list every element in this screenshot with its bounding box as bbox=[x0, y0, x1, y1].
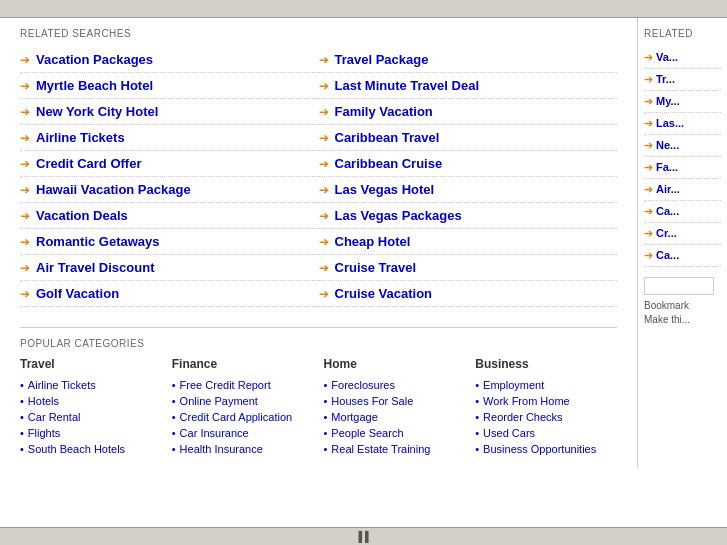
sidebar-item[interactable]: ➔Ca... bbox=[644, 201, 721, 223]
related-link[interactable]: New York City Hotel bbox=[36, 104, 158, 119]
list-item[interactable]: Online Payment bbox=[172, 393, 314, 409]
related-link[interactable]: Last Minute Travel Deal bbox=[335, 78, 480, 93]
related-item[interactable]: ➔Travel Package bbox=[319, 47, 618, 73]
popular-link[interactable]: Used Cars bbox=[483, 427, 535, 439]
related-item[interactable]: ➔Romantic Getaways bbox=[20, 229, 319, 255]
list-item[interactable]: Employment bbox=[475, 377, 617, 393]
related-link[interactable]: Cruise Vacation bbox=[335, 286, 433, 301]
popular-link[interactable]: Mortgage bbox=[331, 411, 377, 423]
sidebar-link[interactable]: Ca... bbox=[656, 249, 679, 261]
list-item[interactable]: People Search bbox=[324, 425, 466, 441]
popular-link[interactable]: Foreclosures bbox=[331, 379, 395, 391]
related-link[interactable]: Hawaii Vacation Package bbox=[36, 182, 191, 197]
related-link[interactable]: Vacation Deals bbox=[36, 208, 128, 223]
popular-link[interactable]: Hotels bbox=[28, 395, 59, 407]
related-link[interactable]: Myrtle Beach Hotel bbox=[36, 78, 153, 93]
list-item[interactable]: Hotels bbox=[20, 393, 162, 409]
sidebar-item[interactable]: ➔My... bbox=[644, 91, 721, 113]
list-item[interactable]: Health Insurance bbox=[172, 441, 314, 457]
sidebar-link[interactable]: Cr... bbox=[656, 227, 677, 239]
popular-link[interactable]: Free Credit Report bbox=[180, 379, 271, 391]
popular-link[interactable]: People Search bbox=[331, 427, 403, 439]
related-item[interactable]: ➔Cruise Travel bbox=[319, 255, 618, 281]
popular-link[interactable]: Real Estate Training bbox=[331, 443, 430, 455]
related-item[interactable]: ➔Air Travel Discount bbox=[20, 255, 319, 281]
sidebar-item[interactable]: ➔Ne... bbox=[644, 135, 721, 157]
popular-link[interactable]: South Beach Hotels bbox=[28, 443, 125, 455]
list-item[interactable]: Credit Card Application bbox=[172, 409, 314, 425]
related-item[interactable]: ➔Las Vegas Packages bbox=[319, 203, 618, 229]
related-item[interactable]: ➔Vacation Deals bbox=[20, 203, 319, 229]
related-item[interactable]: ➔Caribbean Cruise bbox=[319, 151, 618, 177]
sidebar-link[interactable]: Las... bbox=[656, 117, 684, 129]
popular-link[interactable]: Airline Tickets bbox=[28, 379, 96, 391]
list-item[interactable]: Airline Tickets bbox=[20, 377, 162, 393]
sidebar-link[interactable]: My... bbox=[656, 95, 680, 107]
popular-link[interactable]: Health Insurance bbox=[180, 443, 263, 455]
list-item[interactable]: Work From Home bbox=[475, 393, 617, 409]
related-item[interactable]: ➔Golf Vacation bbox=[20, 281, 319, 307]
popular-link[interactable]: Car Rental bbox=[28, 411, 81, 423]
popular-link[interactable]: Employment bbox=[483, 379, 544, 391]
related-link[interactable]: Caribbean Cruise bbox=[335, 156, 443, 171]
related-item[interactable]: ➔Myrtle Beach Hotel bbox=[20, 73, 319, 99]
sidebar-item[interactable]: ➔Fa... bbox=[644, 157, 721, 179]
related-link[interactable]: Air Travel Discount bbox=[36, 260, 154, 275]
sidebar-item[interactable]: ➔Air... bbox=[644, 179, 721, 201]
related-link[interactable]: Las Vegas Packages bbox=[335, 208, 462, 223]
related-link[interactable]: Credit Card Offer bbox=[36, 156, 141, 171]
related-item[interactable]: ➔New York City Hotel bbox=[20, 99, 319, 125]
list-item[interactable]: Flights bbox=[20, 425, 162, 441]
related-item[interactable]: ➔Airline Tickets bbox=[20, 125, 319, 151]
popular-link[interactable]: Work From Home bbox=[483, 395, 570, 407]
sidebar-link[interactable]: Tr... bbox=[656, 73, 675, 85]
list-item[interactable]: Foreclosures bbox=[324, 377, 466, 393]
related-link[interactable]: Caribbean Travel bbox=[335, 130, 440, 145]
list-item[interactable]: Car Rental bbox=[20, 409, 162, 425]
list-item[interactable]: Real Estate Training bbox=[324, 441, 466, 457]
related-item[interactable]: ➔Cheap Hotel bbox=[319, 229, 618, 255]
sidebar-item[interactable]: ➔Tr... bbox=[644, 69, 721, 91]
list-item[interactable]: Reorder Checks bbox=[475, 409, 617, 425]
popular-link[interactable]: Car Insurance bbox=[180, 427, 249, 439]
list-item[interactable]: Business Opportunities bbox=[475, 441, 617, 457]
related-item[interactable]: ➔Caribbean Travel bbox=[319, 125, 618, 151]
list-item[interactable]: Used Cars bbox=[475, 425, 617, 441]
related-item[interactable]: ➔Vacation Packages bbox=[20, 47, 319, 73]
sidebar-item[interactable]: ➔Ca... bbox=[644, 245, 721, 267]
related-link[interactable]: Cheap Hotel bbox=[335, 234, 411, 249]
related-link[interactable]: Romantic Getaways bbox=[36, 234, 160, 249]
related-item[interactable]: ➔Hawaii Vacation Package bbox=[20, 177, 319, 203]
sidebar-link[interactable]: Air... bbox=[656, 183, 680, 195]
related-item[interactable]: ➔Cruise Vacation bbox=[319, 281, 618, 307]
related-link[interactable]: Vacation Packages bbox=[36, 52, 153, 67]
popular-link[interactable]: Reorder Checks bbox=[483, 411, 562, 423]
popular-link[interactable]: Flights bbox=[28, 427, 60, 439]
list-item[interactable]: Car Insurance bbox=[172, 425, 314, 441]
popular-link[interactable]: Online Payment bbox=[180, 395, 258, 407]
related-item[interactable]: ➔Las Vegas Hotel bbox=[319, 177, 618, 203]
related-link[interactable]: Family Vacation bbox=[335, 104, 433, 119]
sidebar-link[interactable]: Fa... bbox=[656, 161, 678, 173]
popular-link[interactable]: Business Opportunities bbox=[483, 443, 596, 455]
sidebar-link[interactable]: Ca... bbox=[656, 205, 679, 217]
related-link[interactable]: Golf Vacation bbox=[36, 286, 119, 301]
sidebar-link[interactable]: Va... bbox=[656, 51, 678, 63]
sidebar-item[interactable]: ➔Cr... bbox=[644, 223, 721, 245]
related-link[interactable]: Travel Package bbox=[335, 52, 429, 67]
list-item[interactable]: Mortgage bbox=[324, 409, 466, 425]
related-item[interactable]: ➔Credit Card Offer bbox=[20, 151, 319, 177]
related-item[interactable]: ➔Family Vacation bbox=[319, 99, 618, 125]
list-item[interactable]: Houses For Sale bbox=[324, 393, 466, 409]
list-item[interactable]: South Beach Hotels bbox=[20, 441, 162, 457]
related-link[interactable]: Las Vegas Hotel bbox=[335, 182, 435, 197]
sidebar-link[interactable]: Ne... bbox=[656, 139, 679, 151]
related-item[interactable]: ➔Last Minute Travel Deal bbox=[319, 73, 618, 99]
sidebar-item[interactable]: ➔Las... bbox=[644, 113, 721, 135]
list-item[interactable]: Free Credit Report bbox=[172, 377, 314, 393]
sidebar-item[interactable]: ➔Va... bbox=[644, 47, 721, 69]
popular-link[interactable]: Credit Card Application bbox=[180, 411, 293, 423]
related-link[interactable]: Airline Tickets bbox=[36, 130, 125, 145]
popular-link[interactable]: Houses For Sale bbox=[331, 395, 413, 407]
related-link[interactable]: Cruise Travel bbox=[335, 260, 417, 275]
